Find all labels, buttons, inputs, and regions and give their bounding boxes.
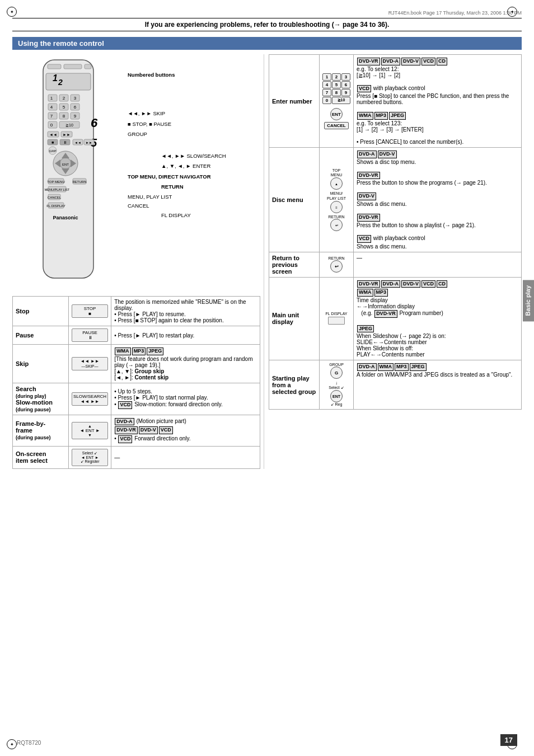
func-label-main-display: Main unit display xyxy=(269,277,320,360)
func-desc-stop: The position is memorized while "RESUME"… xyxy=(111,297,260,326)
func-label-frame: Frame-by-frame(during pause) xyxy=(13,415,69,446)
label-cancel: CANCEL xyxy=(128,202,226,210)
right-panel: Enter number 123 456 789 0≧10 xyxy=(264,54,522,469)
svg-text:1: 1 xyxy=(53,73,58,83)
func-label-pause: Pause xyxy=(13,326,69,345)
corner-bl: ✦ xyxy=(7,739,17,749)
label-skip: ◄◄, ►► SKIP xyxy=(128,110,226,118)
section-title: Using the remote control xyxy=(12,37,522,50)
table-row: Starting play from a selected group GROU… xyxy=(269,360,522,410)
remote-area: 1 2 1 2 3 4 xyxy=(12,54,260,290)
table-row: On-screenitem select Select ↙ ◄ ENT ► ↙ … xyxy=(13,446,260,468)
func-desc-onscreen: — xyxy=(111,446,260,468)
func-icon-frame: ▲ ◄ ENT ► ▼ xyxy=(69,415,111,446)
svg-text:≧10: ≧10 xyxy=(65,123,73,127)
svg-text:0: 0 xyxy=(50,123,53,128)
svg-rect-3 xyxy=(85,64,91,69)
corner-tl: ✦ xyxy=(7,7,17,17)
func-desc-search: • Up to 5 steps. • Press [► PLAY] to sta… xyxy=(111,383,260,415)
right-function-table: Enter number 123 456 789 0≧10 xyxy=(269,54,522,410)
svg-text:7: 7 xyxy=(50,114,53,119)
func-label-onscreen: On-screenitem select xyxy=(13,446,69,468)
func-icon-pause: PAUSE⏸ xyxy=(69,326,111,345)
table-row: Stop STOP■ The position is memorized whi… xyxy=(13,297,260,326)
func-label-return: Return to previous screen xyxy=(269,252,320,277)
func-label-disc-menu: Disc menu xyxy=(269,148,320,252)
svg-text:ENT: ENT xyxy=(62,163,69,166)
func-icon-main-display: FL DISPLAY xyxy=(320,277,354,360)
table-row: Return to previous screen RETURN ↩ — xyxy=(269,252,522,277)
func-icon-enter-number: 123 456 789 0≧10 ENT CANCEL xyxy=(320,55,354,148)
file-info: RJT44En.book Page 17 Thursday, March 23,… xyxy=(12,10,522,16)
func-desc-disc-menu: DVD-ADVD-V Shows a disc top menu. DVD-VR… xyxy=(354,148,522,252)
label-fl-display: FL DISPLAY xyxy=(161,212,226,219)
doc-number: RQT8720 xyxy=(17,740,41,746)
svg-text:►►: ►► xyxy=(63,133,71,137)
label-top-menu: TOP MENU, DIRECT NAVIGATOR xyxy=(128,173,226,181)
svg-text:5: 5 xyxy=(63,105,65,110)
svg-text:4: 4 xyxy=(50,105,53,110)
func-label-group-play: Starting play from a selected group xyxy=(269,360,320,410)
func-icon-return: RETURN ↩ xyxy=(320,252,354,277)
svg-text:◄◄: ◄◄ xyxy=(74,141,81,144)
svg-text:◄◄: ◄◄ xyxy=(49,133,57,137)
svg-text:TOP MENU: TOP MENU xyxy=(47,180,64,184)
label-menu-playlist: MENU, PLAY LIST xyxy=(128,193,226,201)
table-row: Search(during play) Slow-motion(during p… xyxy=(13,383,260,415)
svg-text:GRP: GRP xyxy=(49,149,56,153)
func-label-search: Search(during play) Slow-motion(during p… xyxy=(13,383,69,415)
svg-text:⏸: ⏸ xyxy=(63,140,67,144)
svg-text:Panasonic: Panasonic xyxy=(53,215,78,220)
svg-text:■: ■ xyxy=(51,140,54,144)
svg-text:9: 9 xyxy=(74,114,77,119)
table-row: Main unit display FL DISPLAY DVD-VRDVD-A… xyxy=(269,277,522,360)
svg-text:1: 1 xyxy=(50,96,53,101)
svg-text:6: 6 xyxy=(91,116,98,130)
func-label-skip: Skip xyxy=(13,345,69,383)
svg-text:FL DISPLAY: FL DISPLAY xyxy=(46,204,65,208)
remote-svg: 1 2 1 2 3 4 xyxy=(12,54,124,289)
header-note: If you are experiencing problems, refer … xyxy=(12,18,522,31)
main-content: 1 2 1 2 3 4 xyxy=(12,54,522,469)
func-desc-enter-number: DVD-VRDVD-ADVD-VVCDCD e.g. To select 12:… xyxy=(354,55,522,148)
svg-text:8: 8 xyxy=(63,114,65,119)
label-numbered: Numbered buttons xyxy=(128,71,226,79)
svg-rect-2 xyxy=(64,64,82,69)
table-row: Enter number 123 456 789 0≧10 xyxy=(269,55,522,148)
corner-tr: ✦ xyxy=(507,7,517,17)
svg-text:►►: ►► xyxy=(86,141,92,144)
remote-labels: Numbered buttons ◄◄, ►► SKIP ■ STOP, ■ P… xyxy=(128,54,226,290)
label-arrows-enter: ▲, ▼, ◄, ► ENTER xyxy=(161,162,226,170)
table-row: Disc menu TOPMENU ▲ MENU/PLAY LIST ≡ xyxy=(269,148,522,252)
func-icon-disc-menu: TOPMENU ▲ MENU/PLAY LIST ≡ RETURN ↩ xyxy=(320,148,354,252)
func-desc-skip: WMAMP3JPEG [This feature does not work d… xyxy=(111,345,260,383)
page-container: ✦ ✦ ✦ ✦ RJT44En.book Page 17 Thursday, M… xyxy=(0,0,534,756)
func-icon-onscreen: Select ↙ ◄ ENT ► ↙ Register xyxy=(69,446,111,468)
func-desc-pause: • Press [► PLAY] to restart play. xyxy=(111,326,260,345)
table-row: Skip ◄◄ ►►—SKIP— WMAMP3JPEG [This featur… xyxy=(13,345,260,383)
table-row: Pause PAUSE⏸ • Press [► PLAY] to restart… xyxy=(13,326,260,345)
page-number: 17 xyxy=(500,734,517,746)
svg-text:3: 3 xyxy=(74,96,77,101)
svg-text:RETURN: RETURN xyxy=(73,180,87,184)
func-desc-return: — xyxy=(354,252,522,277)
svg-text:MENU/PLAY LIST: MENU/PLAY LIST xyxy=(45,188,70,191)
table-row: Frame-by-frame(during pause) ▲ ◄ ENT ► ▼… xyxy=(13,415,260,446)
label-group: GROUP xyxy=(128,130,226,138)
left-panel: 1 2 1 2 3 4 xyxy=(12,54,264,469)
func-icon-search: SLOW/SEARCH◄◄ ►► xyxy=(69,383,111,415)
remote-illustration: 1 2 1 2 3 4 xyxy=(12,54,124,290)
label-stop-pause: ■ STOP, ■ PAUSE xyxy=(128,120,226,128)
func-icon-group-play: GROUP G ↓ Select ↙ ENT ↙ Reg xyxy=(320,360,354,410)
label-return: RETURN xyxy=(161,183,226,191)
func-label-stop: Stop xyxy=(13,297,69,326)
svg-text:6: 6 xyxy=(74,105,77,110)
label-slow-search: ◄◄, ►► SLOW/SEARCH xyxy=(161,152,226,160)
svg-text:CANCEL: CANCEL xyxy=(48,196,62,199)
svg-rect-1 xyxy=(48,64,61,69)
func-icon-stop: STOP■ xyxy=(69,297,111,326)
func-desc-frame: DVD-A (Motion picture part) DVD-VRDVD-VV… xyxy=(111,415,260,446)
func-desc-main-display: DVD-VRDVD-ADVD-VVCDCD WMAMP3 Time displa… xyxy=(354,277,522,360)
svg-text:2: 2 xyxy=(63,96,65,101)
left-function-table: Stop STOP■ The position is memorized whi… xyxy=(12,296,260,469)
